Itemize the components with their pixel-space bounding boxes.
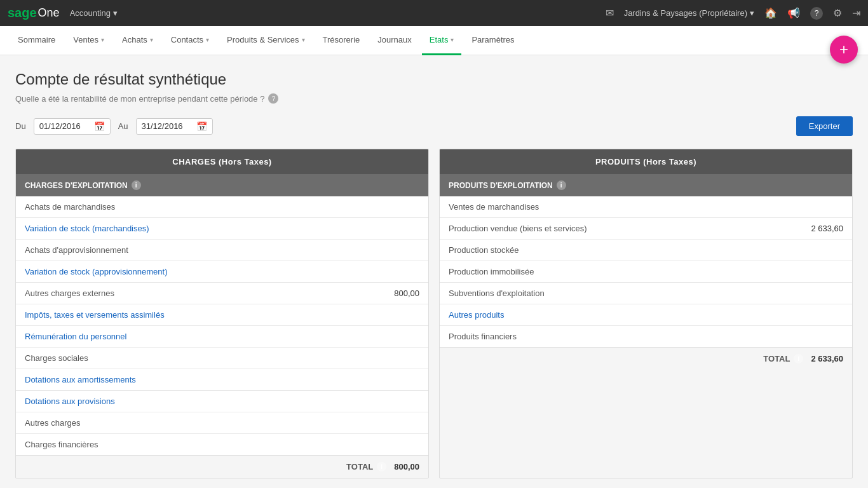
charges-row-item: Rémunération du personnel <box>16 326 428 348</box>
main-navigation: Sommaire Ventes ▾ Achats ▾ Contacts ▾ Pr… <box>0 26 868 55</box>
charges-row-item: Achats d'approvisionnement <box>16 240 428 261</box>
subtitle-help-icon[interactable]: ? <box>268 93 278 104</box>
nav-produits[interactable]: Produits & Services ▾ <box>219 26 312 55</box>
charges-section-label: CHARGES D'EXPLOITATION <box>25 181 128 190</box>
nav-sommaire-label: Sommaire <box>18 35 55 44</box>
top-nav-right: ✉ Jardins & Paysages (Propriétaire) ▾ 🏠 … <box>606 7 860 20</box>
charges-row-label[interactable]: Dotations aux amortissements <box>25 375 136 384</box>
nav-ventes[interactable]: Ventes ▾ <box>65 26 112 55</box>
produits-rows: Ventes de marchandises Production vendue… <box>440 196 852 347</box>
nav-parametres[interactable]: Paramètres <box>464 26 522 55</box>
nav-journaux-label: Journaux <box>377 35 411 44</box>
nav-ventes-arrow: ▾ <box>101 36 104 43</box>
nav-achats[interactable]: Achats ▾ <box>114 26 161 55</box>
charges-info-icon[interactable]: i <box>132 180 141 190</box>
produits-row-item: Produits financiers <box>440 326 852 347</box>
charges-table-header: CHARGES (Hors Taxes) <box>16 149 428 174</box>
charges-rows: Achats de marchandises Variation de stoc… <box>16 196 428 455</box>
charges-table: CHARGES (Hors Taxes) CHARGES D'EXPLOITAT… <box>15 149 429 478</box>
produits-table: PRODUITS (Hors Taxes) PRODUITS D'EXPLOIT… <box>439 149 853 478</box>
nav-parametres-label: Paramètres <box>471 35 514 44</box>
produits-row-label: Subventions d'exploitation <box>449 288 545 298</box>
produits-row-item: Ventes de marchandises <box>440 196 852 218</box>
charges-row-item: Variation de stock (approvisionnement) <box>16 261 428 283</box>
charges-row-item: Charges sociales <box>16 348 428 369</box>
sage-logo-green: sage <box>8 6 37 20</box>
produits-row-item: Production vendue (biens et services) 2 … <box>440 218 852 240</box>
fab-plus-icon: + <box>839 41 848 58</box>
nav-produits-arrow: ▾ <box>302 36 305 43</box>
nav-tresorerie[interactable]: Trésorerie <box>315 26 368 55</box>
export-button[interactable]: Exporter <box>796 116 853 136</box>
charges-row-label[interactable]: Dotations aux provisions <box>25 396 115 406</box>
help-icon[interactable]: ? <box>810 7 823 20</box>
nav-journaux[interactable]: Journaux <box>370 26 419 55</box>
company-name-label: Jardins & Paysages (Propriétaire) <box>624 8 747 18</box>
produits-total-label: TOTAL i <box>763 354 803 363</box>
charges-row-item: Autres charges externes 800,00 <box>16 283 428 304</box>
produits-row-item: Autres produits <box>440 304 852 326</box>
page-subtitle: Quelle a été la rentabilité de mon entre… <box>15 93 853 104</box>
nav-sommaire[interactable]: Sommaire <box>10 26 63 55</box>
from-date-input[interactable] <box>39 121 90 131</box>
charges-row-label[interactable]: Variation de stock (approvisionnement) <box>25 267 168 276</box>
nav-contacts-label: Contacts <box>171 35 203 44</box>
from-date-input-wrap[interactable]: 📅 <box>34 118 111 135</box>
charges-row-value: 800,00 <box>394 288 419 298</box>
produits-total-row: TOTAL i 2 633,60 <box>440 347 852 370</box>
charges-row-label: Charges sociales <box>25 353 88 363</box>
settings-icon[interactable]: ⚙ <box>833 7 842 19</box>
charges-row-item: Charges financières <box>16 434 428 455</box>
to-calendar-icon[interactable]: 📅 <box>196 121 207 132</box>
produits-row-label: Production vendue (biens et services) <box>449 224 587 233</box>
produits-row-label: Produits financiers <box>449 332 517 341</box>
charges-total-row: TOTAL i 800,00 <box>16 455 428 478</box>
to-date-input[interactable] <box>142 121 193 131</box>
from-calendar-icon[interactable]: 📅 <box>94 121 105 132</box>
sage-logo[interactable]: sage One <box>8 6 60 20</box>
notification-icon[interactable]: 📢 <box>787 7 800 19</box>
accounting-arrow-icon: ▾ <box>113 8 118 18</box>
produits-total-info-icon[interactable]: i <box>794 354 803 363</box>
to-date-input-wrap[interactable]: 📅 <box>136 118 213 135</box>
home-icon[interactable]: 🏠 <box>764 7 777 19</box>
company-selector[interactable]: Jardins & Paysages (Propriétaire) ▾ <box>624 8 754 18</box>
accounting-label: Accounting <box>70 8 111 18</box>
produits-row-item: Production stockée <box>440 240 852 261</box>
charges-row-item: Impôts, taxes et versements assimilés <box>16 304 428 326</box>
produits-total-value: 2 633,60 <box>811 354 843 363</box>
charges-total-info-icon[interactable]: i <box>377 462 386 471</box>
subtitle-text: Quelle a été la rentabilité de mon entre… <box>15 94 264 104</box>
page-title: Compte de résultat synthétique <box>15 71 853 88</box>
produits-row-item: Production immobilisée <box>440 261 852 283</box>
charges-row-label: Achats de marchandises <box>25 202 115 212</box>
nav-ventes-label: Ventes <box>73 35 98 44</box>
fab-button[interactable]: + <box>830 36 858 64</box>
charges-row-label: Autres charges <box>25 418 80 428</box>
nav-tresorerie-label: Trésorerie <box>323 35 360 44</box>
produits-row-value: 2 633,60 <box>811 224 843 233</box>
nav-achats-arrow: ▾ <box>150 36 153 43</box>
logout-icon[interactable]: ⇥ <box>852 7 860 19</box>
produits-info-icon[interactable]: i <box>557 180 566 190</box>
charges-total-label: TOTAL i <box>346 462 386 471</box>
from-label: Du <box>15 121 26 131</box>
charges-row-label[interactable]: Impôts, taxes et versements assimilés <box>25 310 165 320</box>
nav-achats-label: Achats <box>122 35 147 44</box>
charges-row-label[interactable]: Variation de stock (marchandises) <box>25 224 149 233</box>
date-filter-row: Du 📅 Au 📅 Exporter <box>15 116 853 136</box>
sage-logo-one: One <box>38 6 60 20</box>
company-arrow-icon: ▾ <box>750 8 754 18</box>
tables-wrapper: CHARGES (Hors Taxes) CHARGES D'EXPLOITAT… <box>15 149 853 478</box>
nav-produits-label: Produits & Services <box>227 35 299 44</box>
charges-total-value: 800,00 <box>394 462 419 471</box>
email-icon[interactable]: ✉ <box>606 7 614 19</box>
charges-row-item: Achats de marchandises <box>16 196 428 218</box>
nav-etats-arrow: ▾ <box>451 36 454 43</box>
charges-row-label[interactable]: Rémunération du personnel <box>25 332 126 341</box>
nav-etats[interactable]: Etats ▾ <box>422 26 462 55</box>
produits-row-label[interactable]: Autres produits <box>449 310 504 320</box>
nav-contacts[interactable]: Contacts ▾ <box>163 26 217 55</box>
accounting-menu-button[interactable]: Accounting ▾ <box>65 6 123 20</box>
top-navigation: sage One Accounting ▾ ✉ Jardins & Paysag… <box>0 0 868 26</box>
